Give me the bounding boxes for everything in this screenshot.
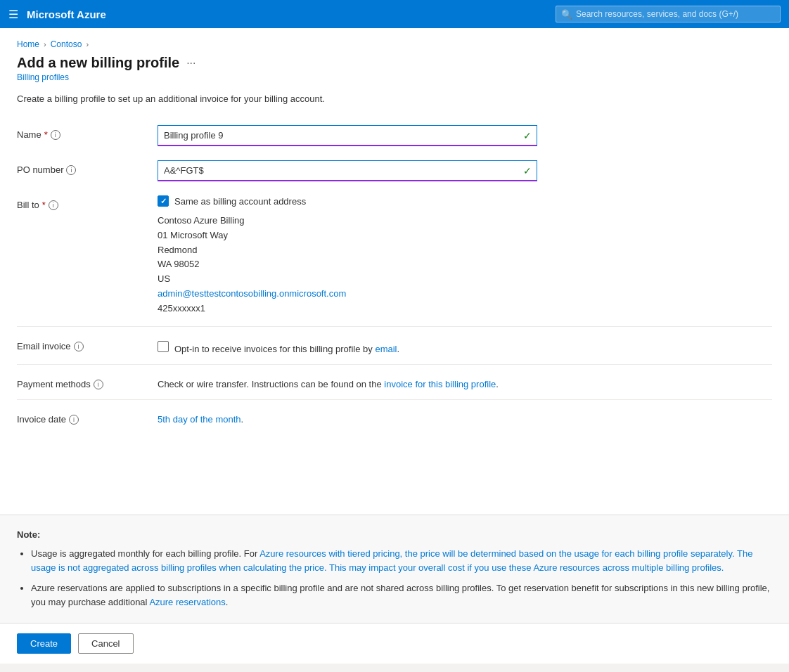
name-input-wrapper: ✓ bbox=[158, 125, 537, 146]
name-valid-icon: ✓ bbox=[523, 130, 532, 141]
email-invoice-checkbox[interactable] bbox=[158, 341, 169, 352]
breadcrumb: Home › Contoso › bbox=[17, 39, 772, 49]
invoice-date-label: Invoice date i bbox=[17, 410, 158, 425]
footer-buttons: Create Cancel bbox=[0, 623, 789, 664]
address-line4: WA 98052 bbox=[158, 257, 772, 272]
app-title: Microsoft Azure bbox=[27, 8, 106, 20]
note-item-1: Usage is aggregated monthly for each bil… bbox=[31, 547, 772, 574]
divider-1 bbox=[17, 326, 772, 327]
search-input[interactable] bbox=[556, 6, 781, 22]
breadcrumb-home[interactable]: Home bbox=[17, 39, 39, 49]
address-email: admin@testtestcontosobilling.onmicrosoft… bbox=[158, 287, 772, 302]
invoice-date-text: 5th day of the month. bbox=[158, 410, 772, 425]
top-navigation: ☰ Microsoft Azure 🔍 bbox=[0, 0, 789, 28]
po-number-input[interactable] bbox=[158, 160, 537, 181]
address-line1: Contoso Azure Billing bbox=[158, 214, 772, 228]
po-info-icon[interactable]: i bbox=[66, 165, 76, 175]
name-row: Name * i ✓ bbox=[17, 118, 772, 153]
invoice-date-link[interactable]: 5th day of the month bbox=[158, 414, 241, 425]
name-required: * bbox=[44, 129, 48, 140]
po-valid-icon: ✓ bbox=[523, 165, 532, 176]
address-line2: 01 Microsoft Way bbox=[158, 228, 772, 243]
payment-invoice-link[interactable]: invoice for this billing profile bbox=[384, 379, 496, 389]
same-address-checkbox-row: Same as billing account address bbox=[158, 195, 772, 207]
note-text-1: Usage is aggregated monthly for each bil… bbox=[31, 548, 752, 573]
note-text-2: Azure reservations are applied to subscr… bbox=[31, 583, 769, 607]
bill-to-row: Bill to * i Same as billing account addr… bbox=[17, 188, 772, 323]
email-invoice-text: Opt-in to receive invoices for this bill… bbox=[174, 340, 399, 354]
po-number-label: PO number i bbox=[17, 160, 158, 175]
same-address-checkbox[interactable] bbox=[158, 195, 169, 207]
po-number-row: PO number i ✓ bbox=[17, 153, 772, 188]
breadcrumb-sep-2: › bbox=[86, 40, 89, 49]
payment-methods-control: Check or wire transfer. Instructions can… bbox=[158, 375, 772, 389]
invoice-date-row: Invoice date i 5th day of the month. bbox=[17, 403, 772, 432]
more-options-button[interactable]: ··· bbox=[186, 57, 195, 70]
breadcrumb-sep-1: › bbox=[44, 40, 46, 49]
po-number-input-wrapper: ✓ bbox=[158, 160, 537, 181]
breadcrumb-contoso[interactable]: Contoso bbox=[51, 39, 82, 49]
note-section: Note: Usage is aggregated monthly for ea… bbox=[0, 515, 789, 623]
payment-methods-label: Payment methods i bbox=[17, 375, 158, 389]
note-title: Note: bbox=[17, 529, 772, 540]
payment-methods-row: Payment methods i Check or wire transfer… bbox=[17, 368, 772, 396]
same-address-label: Same as billing account address bbox=[174, 196, 306, 207]
page-description: Create a billing profile to set up an ad… bbox=[17, 93, 772, 104]
main-wrapper: Home › Contoso › Add a new billing profi… bbox=[0, 28, 789, 623]
bill-to-control: Same as billing account address Contoso … bbox=[158, 195, 772, 316]
email-invoice-row: Email invoice i Opt-in to receive invoic… bbox=[17, 330, 772, 361]
payment-text: Check or wire transfer. Instructions can… bbox=[158, 375, 772, 389]
name-label: Name * i bbox=[17, 125, 158, 140]
billing-profile-form: Name * i ✓ PO number i bbox=[17, 118, 772, 432]
note-list: Usage is aggregated monthly for each bil… bbox=[17, 547, 772, 609]
name-input[interactable] bbox=[158, 125, 537, 146]
page-subtitle: Billing profiles bbox=[17, 72, 772, 82]
payment-info-icon[interactable]: i bbox=[94, 380, 103, 389]
page-title-row: Add a new billing profile ··· bbox=[17, 55, 772, 71]
note-link-azure-2[interactable]: Azure reservations bbox=[149, 597, 225, 607]
divider-2 bbox=[17, 364, 772, 365]
name-control: ✓ bbox=[158, 125, 772, 146]
address-phone: 425xxxxxx1 bbox=[158, 302, 772, 316]
address-line3: Redmond bbox=[158, 243, 772, 258]
create-button[interactable]: Create bbox=[17, 633, 71, 654]
content-area: Home › Contoso › Add a new billing profi… bbox=[0, 28, 789, 515]
cancel-button[interactable]: Cancel bbox=[78, 633, 133, 654]
name-info-icon[interactable]: i bbox=[51, 130, 60, 140]
divider-3 bbox=[17, 399, 772, 400]
search-wrapper: 🔍 bbox=[556, 6, 781, 22]
email-invoice-control: Opt-in to receive invoices for this bill… bbox=[158, 337, 772, 354]
email-invoice-info-icon[interactable]: i bbox=[74, 342, 84, 351]
page-title: Add a new billing profile bbox=[17, 55, 179, 71]
bill-to-info-icon[interactable]: i bbox=[49, 200, 58, 210]
invoice-date-control: 5th day of the month. bbox=[158, 410, 772, 425]
hamburger-menu[interactable]: ☰ bbox=[8, 8, 18, 21]
address-block: Contoso Azure Billing 01 Microsoft Way R… bbox=[158, 214, 772, 316]
email-invoice-label: Email invoice i bbox=[17, 337, 158, 351]
po-number-control: ✓ bbox=[158, 160, 772, 181]
address-line5: US bbox=[158, 272, 772, 287]
note-item-2: Azure reservations are applied to subscr… bbox=[31, 581, 772, 609]
note-link-azure-1[interactable]: Azure resources with tiered pricing, the… bbox=[31, 548, 752, 573]
bill-to-required: * bbox=[42, 200, 46, 210]
invoice-date-info-icon[interactable]: i bbox=[69, 415, 79, 425]
email-invoice-link[interactable]: email bbox=[375, 344, 397, 354]
bill-to-label: Bill to * i bbox=[17, 195, 158, 210]
